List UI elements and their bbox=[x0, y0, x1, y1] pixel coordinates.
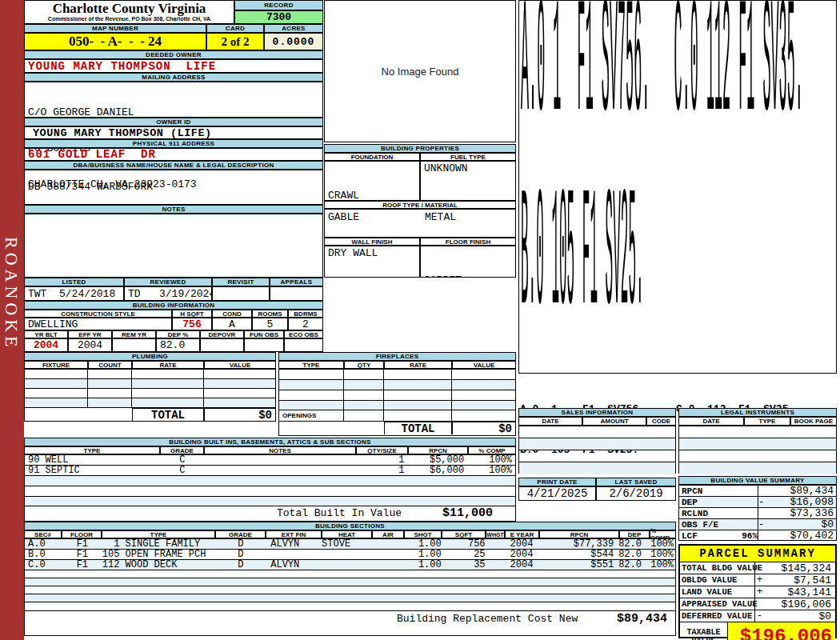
empty-row bbox=[25, 486, 515, 497]
construction-style-value: DWELLING bbox=[24, 318, 172, 330]
county-subtitle: Commissioner of the Revenue, PO Box 308,… bbox=[25, 16, 234, 22]
building-value-summary-label: BUILDING VALUE SUMMARY bbox=[678, 476, 837, 485]
building-sections-table: A.0 F1 1 SINGLE FAMILY D ALVYN STOVE 1.0… bbox=[24, 538, 676, 636]
dep-value: 82.0 bbox=[156, 338, 200, 352]
fireplaces-col-qty: QTY bbox=[344, 361, 384, 369]
photo-placeholder-text: No Image Found bbox=[382, 66, 459, 78]
empty-row bbox=[25, 476, 515, 486]
empty-row bbox=[25, 586, 675, 594]
wall-finish-label: WALL FINISH bbox=[324, 238, 420, 246]
sales-table bbox=[518, 426, 676, 474]
bs-col-extfin: EXT FIN bbox=[266, 530, 322, 538]
parcel-summary-row: OBLDG VALUE + $7,541 bbox=[680, 574, 835, 586]
fireplaces-col-value: VALUE bbox=[452, 361, 516, 369]
building-section-row: C.0 F1 112 WOOD DECK D ALVYN 1.00 35 200… bbox=[25, 560, 675, 570]
hsqft-value: 756 bbox=[172, 318, 212, 330]
listed-value: TWT 5/24/2018 bbox=[24, 286, 124, 301]
fireplaces-total-label: TOTAL bbox=[384, 422, 452, 434]
replacement-cost-label: Building Replacement Cost New bbox=[397, 613, 578, 625]
dba-label: DBA/BUISNESS NAME/HOUSE NAME & LEGAL DES… bbox=[24, 161, 323, 170]
fuel-type-value: UNKNOWN bbox=[420, 161, 516, 201]
empty-row bbox=[279, 390, 515, 401]
floor-finish-value: CARPET VINYL bbox=[420, 246, 516, 278]
deeded-owner-value: YOUNG MARY THOMPSON LIFE bbox=[24, 59, 323, 73]
dba-value: DB 388/344 WARDSFORK bbox=[25, 181, 322, 193]
fireplaces-col-type: TYPE bbox=[278, 361, 344, 369]
remyr-value bbox=[112, 338, 156, 352]
plumbing-label: PLUMBING bbox=[24, 352, 276, 361]
building-sections-label: BUILDING SECTIONS bbox=[24, 522, 676, 530]
empty-row bbox=[25, 594, 675, 602]
empty-row bbox=[279, 401, 515, 410]
empty-row bbox=[679, 438, 836, 450]
bs-col-comp: % COMP bbox=[650, 530, 676, 538]
value-summary-row: LCF 96% $70,402 bbox=[679, 530, 836, 541]
roof-type-value: GABLE bbox=[328, 211, 359, 223]
taxable-value-label: TAXABLE bbox=[686, 628, 720, 637]
ecoobs-label: ECO OBS bbox=[284, 330, 323, 338]
cond-value: A bbox=[212, 318, 252, 330]
bs-col-rpcn: RPCN bbox=[539, 530, 619, 538]
hsqft-label: H SQFT bbox=[172, 310, 212, 318]
value-summary-row: OBS F/E - $0 bbox=[679, 519, 836, 530]
roof-label: ROOF TYPE / MATERIAL bbox=[324, 201, 516, 209]
empty-row bbox=[25, 570, 675, 578]
built-ins-table: 90 WELL C 1 $5,000 100% 91 SEPTIC C 1 $6… bbox=[24, 454, 516, 522]
roof-material-value: METAL bbox=[425, 211, 456, 223]
yrblt-label: YR BLT bbox=[24, 330, 68, 338]
bs-col-air: AIR bbox=[372, 530, 404, 538]
funobs-value bbox=[244, 338, 284, 352]
property-record-card: ROANOKE Charlotte County Virginia Commis… bbox=[0, 0, 840, 640]
cond-label: COND bbox=[212, 310, 252, 318]
bs-col-floor: FLOOR bbox=[62, 530, 102, 538]
wall-finish-value: DRY WALL bbox=[324, 246, 420, 278]
plumbing-col-count: COUNT bbox=[88, 361, 132, 369]
fireplaces-label: FIREPLACES bbox=[278, 352, 516, 361]
built-ins-total-label: Total Built In Value bbox=[277, 507, 402, 519]
notes-label: NOTES bbox=[24, 205, 323, 214]
built-ins-col-qty: QTY/SIZE bbox=[356, 446, 408, 454]
last-saved-label: LAST SAVED bbox=[596, 478, 676, 486]
empty-row bbox=[519, 426, 675, 438]
print-date-value: 4/21/2025 bbox=[518, 486, 596, 501]
bdrms-label: BDRMS bbox=[288, 310, 323, 318]
sales-info-label: SALES INFORMATION bbox=[518, 408, 676, 417]
parcel-summary-row: APPRAISED VALUE $196,006 bbox=[680, 598, 835, 610]
sales-col-code: CODE bbox=[646, 417, 676, 426]
empty-row bbox=[25, 379, 275, 389]
parcel-summary-row: DEFERRED VALUE - $0 bbox=[680, 610, 835, 622]
dep-label: DEP % bbox=[156, 330, 200, 338]
fuel-type-label: FUEL TYPE bbox=[420, 153, 516, 161]
parcel-summary-row: TOTAL BLDG VALUE $145,324 bbox=[680, 562, 835, 574]
listed-label: LISTED bbox=[24, 278, 124, 286]
legal-col-type: TYPE bbox=[744, 417, 790, 426]
fireplaces-total-value: $0 bbox=[452, 422, 515, 434]
plumbing-col-rate: RATE bbox=[132, 361, 204, 369]
empty-row bbox=[25, 578, 675, 586]
empty-row bbox=[25, 497, 515, 506]
empty-row bbox=[25, 389, 275, 398]
depovr-label: DEPOVR bbox=[200, 330, 244, 338]
empty-row bbox=[279, 380, 515, 390]
parcel-summary-label: PARCEL SUMMARY bbox=[680, 546, 835, 562]
bs-col-shgt: SHGT bbox=[404, 530, 442, 538]
mailing-address-label: MAILING ADDRESS bbox=[24, 73, 323, 82]
acres-label: ACRES bbox=[264, 24, 323, 33]
sidebar: ROANOKE bbox=[0, 0, 24, 640]
rooms-label: ROOMS bbox=[252, 310, 288, 318]
bs-col-whgt: WHGT bbox=[486, 530, 505, 538]
empty-row bbox=[679, 450, 836, 462]
built-ins-col-type: TYPE bbox=[24, 446, 160, 454]
sketch-box: A.0 1 F1 SV756. C.0 112 F1 SV35. B.0 105… bbox=[518, 0, 837, 374]
appeals-label: APPEALS bbox=[270, 278, 323, 286]
legal-instruments-table bbox=[678, 426, 837, 474]
fireplaces-col-rate: RATE bbox=[384, 361, 452, 369]
bs-col-sqft: SQFT bbox=[442, 530, 486, 538]
empty-row bbox=[25, 602, 675, 611]
revisit-label: REVISIT bbox=[212, 278, 270, 286]
value-summary-row: RPCN $89,434 bbox=[679, 486, 836, 497]
map-number-value: 050- - A- - - 24 bbox=[24, 33, 206, 50]
built-ins-label: BUILDING BUILT INS, BASEMENTS, ATTICS & … bbox=[24, 438, 516, 446]
sketch-dimension-line-1: A.0 1 F1 SV756. C.0 112 F1 SV35. bbox=[521, 0, 803, 150]
owner-id-label: OWNER ID bbox=[24, 118, 323, 126]
